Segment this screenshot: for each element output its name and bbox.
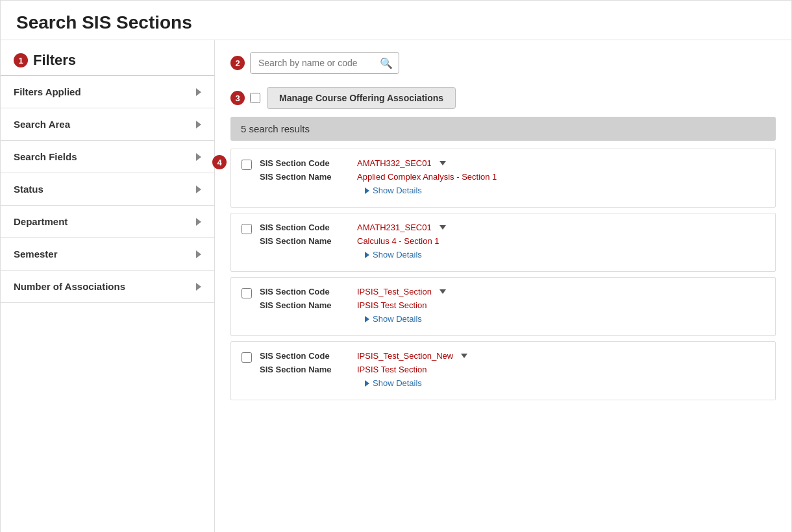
sidebar: 1 Filters Filters Applied Search Area Se… bbox=[1, 40, 215, 532]
field-row-name: SIS Section Name Calculus 4 - Section 1 bbox=[260, 236, 765, 246]
search-section: 2 🔍 bbox=[230, 52, 776, 80]
field-row-name: SIS Section Name Applied Complex Analysi… bbox=[260, 172, 765, 182]
sidebar-item-number-of-associations[interactable]: Number of Associations bbox=[1, 271, 214, 303]
show-details-arrow-icon bbox=[365, 380, 369, 387]
sidebar-item-semester[interactable]: Semester bbox=[1, 238, 214, 271]
section-1-checkbox[interactable] bbox=[241, 160, 252, 170]
field-label-code: SIS Section Code bbox=[260, 158, 357, 168]
section-row: SIS Section Code AMATH332_SEC01 SIS Sect… bbox=[241, 158, 765, 195]
section-1-fields: SIS Section Code AMATH332_SEC01 SIS Sect… bbox=[260, 158, 765, 195]
field-label-name: SIS Section Name bbox=[260, 172, 357, 182]
manage-button[interactable]: Manage Course Offering Associations bbox=[267, 87, 456, 109]
results-bar: 5 search results bbox=[230, 117, 776, 141]
field-value-code-3: IPSIS_Test_Section bbox=[357, 287, 446, 296]
show-details-link-4[interactable]: Show Details bbox=[365, 378, 765, 388]
search-row: 🔍 bbox=[250, 52, 776, 74]
sidebar-item-department[interactable]: Department bbox=[1, 206, 214, 238]
section-row: SIS Section Code IPSIS_Test_Section SIS … bbox=[241, 287, 765, 324]
sidebar-item-label: Search Area bbox=[14, 119, 70, 130]
field-value-name-4: IPSIS Test Section bbox=[357, 365, 427, 374]
section-3-checkbox[interactable] bbox=[241, 288, 252, 298]
dropdown-chevron-icon[interactable] bbox=[439, 161, 446, 165]
field-row-name: SIS Section Name IPSIS Test Section bbox=[260, 365, 765, 374]
search-box-wrapper: 🔍 bbox=[250, 52, 399, 74]
field-label-code: SIS Section Code bbox=[260, 287, 357, 296]
dropdown-chevron-icon[interactable] bbox=[439, 225, 446, 230]
chevron-right-icon bbox=[196, 250, 201, 258]
sidebar-item-label: Department bbox=[14, 216, 68, 227]
sidebar-item-label: Search Fields bbox=[14, 151, 77, 162]
field-value-code-4: IPSIS_Test_Section_New bbox=[357, 351, 467, 361]
sidebar-item-search-area[interactable]: Search Area bbox=[1, 108, 214, 141]
select-all-checkbox[interactable] bbox=[250, 93, 260, 103]
field-value-code-2: AMATH231_SEC01 bbox=[357, 223, 446, 232]
sidebar-item-filters-applied[interactable]: Filters Applied bbox=[1, 76, 214, 108]
show-details-arrow-icon bbox=[365, 187, 369, 194]
badge-3: 3 bbox=[230, 91, 245, 105]
section-row: SIS Section Code AMATH231_SEC01 SIS Sect… bbox=[241, 223, 765, 260]
section-row: SIS Section Code IPSIS_Test_Section_New … bbox=[241, 351, 765, 388]
badge-4: 4 bbox=[212, 155, 227, 169]
section-4-fields: SIS Section Code IPSIS_Test_Section_New … bbox=[260, 351, 765, 388]
sidebar-item-status[interactable]: Status bbox=[1, 173, 214, 206]
field-label-name: SIS Section Name bbox=[260, 365, 357, 374]
sidebar-item-label: Number of Associations bbox=[14, 281, 125, 292]
show-details-label-4: Show Details bbox=[373, 378, 422, 388]
filters-header: 1 Filters bbox=[1, 40, 214, 75]
field-row-code: SIS Section Code AMATH231_SEC01 bbox=[260, 223, 765, 232]
chevron-right-icon bbox=[196, 121, 201, 128]
field-value-name-3: IPSIS Test Section bbox=[357, 300, 427, 310]
chevron-right-icon bbox=[196, 218, 201, 226]
section-3-fields: SIS Section Code IPSIS_Test_Section SIS … bbox=[260, 287, 765, 324]
show-details-link-2[interactable]: Show Details bbox=[365, 250, 765, 260]
select-manage-row: 3 Manage Course Offering Associations bbox=[230, 87, 776, 109]
sidebar-item-label: Filters Applied bbox=[14, 86, 81, 97]
section-2-checkbox[interactable] bbox=[241, 224, 252, 234]
content-area: 2 🔍 3 Manage Course Offering Association… bbox=[215, 40, 791, 532]
main-layout: 1 Filters Filters Applied Search Area Se… bbox=[1, 40, 791, 532]
search-input[interactable] bbox=[250, 52, 399, 74]
show-details-arrow-icon bbox=[365, 252, 369, 258]
field-row-code: SIS Section Code AMATH332_SEC01 bbox=[260, 158, 765, 168]
field-row-name: SIS Section Name IPSIS Test Section bbox=[260, 300, 765, 310]
field-value-name-2: Calculus 4 - Section 1 bbox=[357, 236, 439, 246]
section-card-3: SIS Section Code IPSIS_Test_Section SIS … bbox=[230, 277, 776, 336]
field-value-code-1: AMATH332_SEC01 bbox=[357, 158, 446, 168]
dropdown-chevron-icon[interactable] bbox=[439, 289, 446, 294]
section-card-1: SIS Section Code AMATH332_SEC01 SIS Sect… bbox=[230, 149, 776, 208]
show-details-label-1: Show Details bbox=[373, 186, 422, 195]
show-details-label-2: Show Details bbox=[373, 250, 422, 260]
badge-2: 2 bbox=[230, 56, 245, 70]
dropdown-chevron-icon[interactable] bbox=[461, 354, 467, 358]
chevron-right-icon bbox=[196, 153, 201, 161]
page-container: Search SIS Sections 1 Filters Filters Ap… bbox=[0, 0, 792, 532]
field-label-name: SIS Section Name bbox=[260, 300, 357, 310]
section-2-fields: SIS Section Code AMATH231_SEC01 SIS Sect… bbox=[260, 223, 765, 260]
section-4-checkbox[interactable] bbox=[241, 352, 252, 363]
show-details-link-1[interactable]: Show Details bbox=[365, 186, 765, 195]
show-details-arrow-icon bbox=[365, 316, 369, 322]
field-label-code: SIS Section Code bbox=[260, 223, 357, 232]
show-details-link-3[interactable]: Show Details bbox=[365, 314, 765, 324]
badge-1: 1 bbox=[14, 53, 28, 67]
field-row-code: SIS Section Code IPSIS_Test_Section_New bbox=[260, 351, 765, 361]
section-card-4: SIS Section Code IPSIS_Test_Section_New … bbox=[230, 341, 776, 400]
show-details-label-3: Show Details bbox=[373, 314, 422, 324]
sidebar-item-label: Status bbox=[14, 184, 43, 195]
filters-title: Filters bbox=[33, 52, 76, 69]
field-label-name: SIS Section Name bbox=[260, 236, 357, 246]
field-row-code: SIS Section Code IPSIS_Test_Section bbox=[260, 287, 765, 296]
chevron-right-icon bbox=[196, 186, 201, 193]
page-title: Search SIS Sections bbox=[1, 1, 791, 40]
section-card-2: SIS Section Code AMATH231_SEC01 SIS Sect… bbox=[230, 213, 776, 272]
sidebar-item-search-fields[interactable]: Search Fields bbox=[1, 141, 214, 173]
sidebar-item-label: Semester bbox=[14, 248, 58, 260]
field-value-name-1: Applied Complex Analysis - Section 1 bbox=[357, 172, 497, 182]
chevron-right-icon bbox=[196, 283, 201, 291]
sections-container: 4 SIS Section Code AMATH332_SEC01 bbox=[230, 149, 776, 405]
field-label-code: SIS Section Code bbox=[260, 351, 357, 361]
chevron-right-icon bbox=[196, 88, 201, 96]
